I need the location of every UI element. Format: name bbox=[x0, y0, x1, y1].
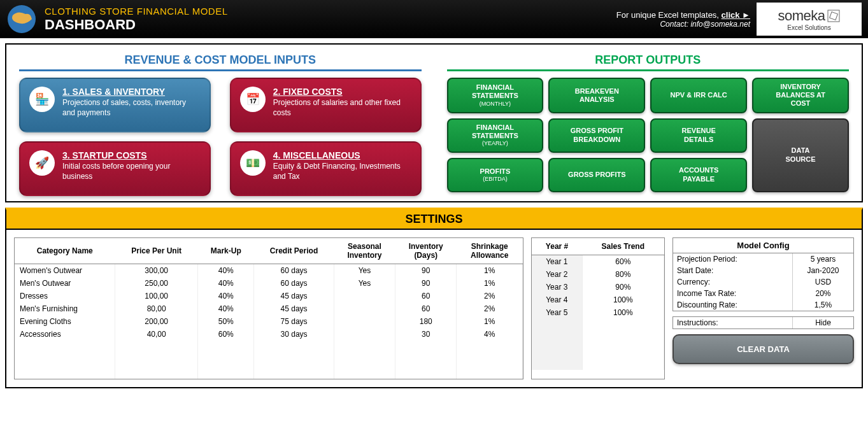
config-value[interactable]: 1,5% bbox=[793, 299, 853, 311]
cell[interactable]: 60% bbox=[582, 255, 664, 269]
cell[interactable]: 40% bbox=[198, 264, 254, 278]
cell[interactable]: Men's Furnishing bbox=[15, 302, 115, 315]
table-row[interactable]: Year 280% bbox=[532, 268, 664, 281]
btn-profits[interactable]: PROFITS(EBITDA) bbox=[447, 158, 544, 192]
config-value[interactable]: Jan-2020 bbox=[793, 265, 853, 276]
table-row[interactable]: Year 4100% bbox=[532, 293, 664, 306]
cell[interactable]: 1% bbox=[457, 264, 523, 278]
cell[interactable]: 75 days bbox=[254, 315, 334, 328]
table-row[interactable]: Accessories40,0060%30 days304% bbox=[15, 328, 523, 341]
config-value[interactable]: 20% bbox=[793, 288, 853, 299]
cell[interactable]: Yes bbox=[334, 264, 395, 278]
config-value[interactable]: USD bbox=[793, 276, 853, 288]
cell[interactable]: Year 3 bbox=[532, 281, 582, 293]
cell[interactable] bbox=[395, 353, 457, 366]
cell[interactable]: 90% bbox=[582, 281, 664, 293]
cell[interactable]: 100% bbox=[582, 306, 664, 319]
table-row[interactable]: Men's Outwear250,0040%60 daysYes901% bbox=[15, 277, 523, 290]
cell[interactable]: 300,00 bbox=[115, 264, 198, 278]
input-card-2[interactable]: 📅 2. FIXED COSTS Projections of salaries… bbox=[230, 78, 422, 132]
cell[interactable]: 200,00 bbox=[115, 315, 198, 328]
cell[interactable]: 2% bbox=[457, 302, 523, 315]
btn-fin-yearly[interactable]: FINANCIALSTATEMENTS(YEARLY) bbox=[447, 118, 544, 153]
cell[interactable]: 45 days bbox=[254, 302, 334, 315]
cell[interactable]: 40% bbox=[198, 302, 254, 315]
cell[interactable] bbox=[582, 344, 664, 357]
cell[interactable] bbox=[582, 332, 664, 344]
cell[interactable]: 1% bbox=[457, 315, 523, 328]
cell[interactable]: 180 bbox=[395, 315, 457, 328]
cell[interactable] bbox=[395, 366, 457, 379]
table-row[interactable] bbox=[15, 366, 523, 379]
cell[interactable]: 60 bbox=[395, 290, 457, 302]
cell[interactable] bbox=[334, 353, 395, 366]
cell[interactable]: Year 2 bbox=[532, 268, 582, 281]
cell[interactable] bbox=[334, 290, 395, 302]
cell[interactable]: Year 5 bbox=[532, 306, 582, 319]
cell[interactable]: Year 1 bbox=[532, 255, 582, 269]
cell[interactable]: 60 bbox=[395, 302, 457, 315]
table-row[interactable]: Women's Outwear300,0040%60 daysYes901% bbox=[15, 264, 523, 278]
cell[interactable] bbox=[198, 341, 254, 353]
cell[interactable]: Year 4 bbox=[532, 293, 582, 306]
btn-inventory-bal[interactable]: INVENTORYBALANCES ATCOST bbox=[752, 78, 849, 113]
input-card-3[interactable]: 🚀 3. STARTUP COSTS Initial costs before … bbox=[19, 141, 211, 196]
cell[interactable]: 60% bbox=[198, 328, 254, 341]
btn-data-source[interactable]: DATASOURCE bbox=[752, 118, 849, 192]
cell[interactable] bbox=[198, 353, 254, 366]
clear-data-button[interactable]: CLEAR DATA bbox=[672, 334, 854, 364]
btn-gross-breakdown[interactable]: GROSS PROFITBREAKDOWN bbox=[548, 118, 645, 153]
cell[interactable] bbox=[457, 366, 523, 379]
cell[interactable]: 1% bbox=[457, 277, 523, 290]
cell[interactable]: Dresses bbox=[15, 290, 115, 302]
cell[interactable] bbox=[395, 341, 457, 353]
table-row[interactable] bbox=[532, 357, 664, 370]
cell[interactable] bbox=[532, 357, 582, 370]
cell[interactable]: 250,00 bbox=[115, 277, 198, 290]
cell[interactable]: 60 days bbox=[254, 277, 334, 290]
cell[interactable]: 40% bbox=[198, 290, 254, 302]
table-row[interactable]: Evening Cloths200,0050%75 days1801% bbox=[15, 315, 523, 328]
cell[interactable] bbox=[532, 319, 582, 332]
cell[interactable]: 80% bbox=[582, 268, 664, 281]
cell[interactable]: Accessories bbox=[15, 328, 115, 341]
cell[interactable]: 90 bbox=[395, 264, 457, 278]
input-card-4[interactable]: 💵 4. MISCELLANEOUS Equity & Debt Financi… bbox=[230, 141, 422, 196]
cell[interactable] bbox=[115, 341, 198, 353]
cell[interactable]: Women's Outwear bbox=[15, 264, 115, 278]
instructions-value[interactable]: Hide bbox=[793, 317, 853, 328]
cell[interactable]: 90 bbox=[395, 277, 457, 290]
cta-link[interactable]: click ► bbox=[722, 10, 750, 20]
cell[interactable] bbox=[254, 366, 334, 379]
btn-fin-monthly[interactable]: FINANCIALSTATEMENTS(MONTHLY) bbox=[447, 78, 544, 113]
cell[interactable] bbox=[15, 366, 115, 379]
cell[interactable]: 80,00 bbox=[115, 302, 198, 315]
btn-accounts-payable[interactable]: ACCOUNTSPAYABLE bbox=[650, 158, 747, 192]
table-row[interactable] bbox=[532, 344, 664, 357]
btn-breakeven[interactable]: BREAKEVENANALYSIS bbox=[548, 78, 645, 113]
cell[interactable] bbox=[115, 366, 198, 379]
cell[interactable] bbox=[254, 353, 334, 366]
someka-logo[interactable]: someka Excel Solutions bbox=[757, 3, 862, 36]
cell[interactable]: 30 days bbox=[254, 328, 334, 341]
table-row[interactable]: Year 160% bbox=[532, 255, 664, 269]
cell[interactable]: Yes bbox=[334, 277, 395, 290]
cell[interactable]: Evening Cloths bbox=[15, 315, 115, 328]
table-row[interactable] bbox=[15, 353, 523, 366]
cell[interactable] bbox=[457, 341, 523, 353]
cell[interactable] bbox=[334, 341, 395, 353]
cell[interactable] bbox=[334, 302, 395, 315]
table-row[interactable] bbox=[15, 341, 523, 353]
cell[interactable]: 50% bbox=[198, 315, 254, 328]
cell[interactable] bbox=[532, 332, 582, 344]
cell[interactable] bbox=[15, 341, 115, 353]
cell[interactable]: 60 days bbox=[254, 264, 334, 278]
cell[interactable]: 40% bbox=[198, 277, 254, 290]
cell[interactable]: 2% bbox=[457, 290, 523, 302]
cell[interactable]: 100% bbox=[582, 293, 664, 306]
cell[interactable] bbox=[254, 341, 334, 353]
btn-gross-profits[interactable]: GROSS PROFITS bbox=[548, 158, 645, 192]
cell[interactable] bbox=[457, 353, 523, 366]
config-value[interactable]: 5 years bbox=[793, 253, 853, 265]
table-row[interactable]: Dresses100,0040%45 days602% bbox=[15, 290, 523, 302]
